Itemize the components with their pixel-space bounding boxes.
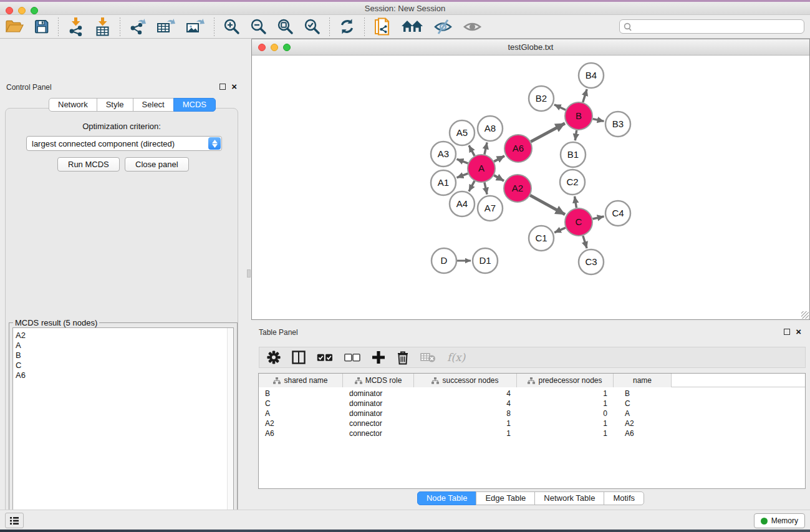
edge-A6-B[interactable] bbox=[531, 123, 565, 142]
table-cell[interactable]: A2 bbox=[614, 418, 672, 428]
export-table-icon[interactable] bbox=[152, 16, 181, 37]
table-cell[interactable]: A bbox=[259, 409, 343, 418]
edge-B-B1[interactable] bbox=[575, 130, 576, 140]
refresh-icon[interactable] bbox=[334, 16, 360, 37]
table-tab-node-table[interactable]: Node Table bbox=[417, 491, 477, 505]
minimize-network-button[interactable] bbox=[271, 44, 278, 51]
table-cell[interactable]: 4 bbox=[414, 389, 517, 399]
trash-icon[interactable] bbox=[397, 351, 409, 365]
eye-icon[interactable] bbox=[458, 16, 487, 37]
close-window-button[interactable] bbox=[6, 7, 13, 14]
zoom-in-icon[interactable] bbox=[218, 16, 245, 37]
node-table[interactable]: shared nameMCDS rolesuccessor nodesprede… bbox=[258, 373, 806, 489]
gear-icon[interactable] bbox=[267, 351, 281, 364]
edge-A-A7[interactable] bbox=[485, 182, 487, 194]
table-cell[interactable]: 1 bbox=[517, 418, 614, 428]
table-cell[interactable]: B bbox=[614, 389, 672, 399]
criterion-dropdown[interactable]: largest connected component (directed) bbox=[26, 136, 222, 151]
close-panel-icon[interactable]: × bbox=[796, 329, 801, 335]
table-cell[interactable]: connector bbox=[343, 428, 414, 438]
column-header-shared-name[interactable]: shared name bbox=[259, 374, 343, 387]
edge-A2-C[interactable] bbox=[530, 195, 565, 215]
export-network-icon[interactable] bbox=[124, 16, 152, 37]
mcds-result-item[interactable]: B bbox=[13, 351, 233, 360]
table-cell[interactable]: A2 bbox=[259, 418, 343, 428]
table-cell[interactable]: A6 bbox=[614, 428, 672, 438]
add-icon[interactable] bbox=[372, 351, 385, 364]
scrollbar-track[interactable] bbox=[227, 328, 233, 530]
close-network-button[interactable] bbox=[258, 44, 266, 51]
float-panel-icon[interactable] bbox=[784, 329, 790, 335]
tab-mcds[interactable]: MCDS bbox=[173, 98, 216, 112]
table-cell[interactable]: dominator bbox=[343, 399, 414, 409]
table-row[interactable]: A6connector11A6 bbox=[259, 428, 805, 438]
function-icon[interactable]: f(x) bbox=[447, 351, 465, 364]
close-panel-icon[interactable]: × bbox=[231, 84, 237, 90]
column-header-MCDS-role[interactable]: MCDS role bbox=[343, 374, 414, 387]
table-tab-network-table[interactable]: Network Table bbox=[534, 491, 604, 505]
table-cell[interactable]: A bbox=[614, 409, 672, 418]
table-cell[interactable]: 0 bbox=[517, 409, 614, 418]
table-cell[interactable]: C bbox=[614, 399, 672, 409]
edge-A-A1[interactable] bbox=[457, 173, 468, 178]
table-cell[interactable]: 1 bbox=[517, 389, 614, 399]
delete-table-icon[interactable] bbox=[420, 352, 436, 363]
memory-button[interactable]: Memory bbox=[754, 513, 805, 528]
table-row[interactable]: A2connector11A2 bbox=[259, 418, 805, 428]
table-cell[interactable]: 1 bbox=[517, 399, 614, 409]
edge-C-C3[interactable] bbox=[583, 236, 587, 248]
table-cell[interactable]: B bbox=[259, 389, 343, 399]
select-all-columns-icon[interactable] bbox=[317, 354, 333, 362]
table-cell[interactable]: 1 bbox=[414, 418, 517, 428]
home-icon[interactable] bbox=[396, 16, 428, 37]
edge-B-B2[interactable] bbox=[554, 105, 566, 110]
mcds-result-item[interactable]: A6 bbox=[13, 370, 233, 380]
table-cell[interactable]: 8 bbox=[414, 409, 517, 418]
save-icon[interactable] bbox=[29, 16, 54, 37]
edge-C-C2[interactable] bbox=[575, 196, 577, 208]
zoom-fit-icon[interactable] bbox=[272, 16, 299, 37]
search-field[interactable] bbox=[619, 19, 804, 34]
table-cell[interactable]: connector bbox=[343, 418, 414, 428]
edge-A-A5[interactable] bbox=[469, 145, 475, 156]
open-folder-icon[interactable] bbox=[0, 16, 29, 37]
search-input[interactable] bbox=[635, 21, 804, 32]
mcds-result-item[interactable]: A bbox=[13, 341, 233, 351]
mcds-result-list[interactable]: A2ABCA6 bbox=[12, 327, 234, 531]
export-image-icon[interactable] bbox=[181, 16, 210, 37]
edge-A-A8[interactable] bbox=[485, 142, 487, 154]
table-row[interactable]: Bdominator41B bbox=[259, 389, 805, 399]
table-row[interactable]: Cdominator41C bbox=[259, 399, 805, 409]
table-cell[interactable]: dominator bbox=[343, 409, 414, 418]
table-cell[interactable]: C bbox=[259, 399, 343, 409]
edge-B-B3[interactable] bbox=[593, 119, 604, 122]
table-cell[interactable]: 4 bbox=[414, 399, 517, 409]
zoom-selected-icon[interactable] bbox=[299, 16, 325, 37]
eye-slash-icon[interactable] bbox=[428, 16, 458, 37]
column-panel-icon[interactable] bbox=[292, 351, 306, 364]
edge-C-C1[interactable] bbox=[554, 228, 566, 233]
close-panel-button[interactable]: Close panel bbox=[125, 157, 189, 172]
float-panel-icon[interactable] bbox=[219, 84, 226, 90]
import-table-icon[interactable] bbox=[89, 16, 116, 37]
tab-style[interactable]: Style bbox=[97, 98, 133, 112]
tab-network[interactable]: Network bbox=[49, 98, 97, 112]
column-header-successor-nodes[interactable]: successor nodes bbox=[414, 374, 517, 387]
column-header-predecessor-nodes[interactable]: predecessor nodes bbox=[517, 374, 614, 387]
edge-A-A6[interactable] bbox=[494, 156, 504, 162]
minimize-window-button[interactable] bbox=[18, 7, 26, 14]
table-cell[interactable]: A6 bbox=[259, 428, 343, 438]
tab-select[interactable]: Select bbox=[133, 98, 174, 112]
unselect-all-columns-icon[interactable] bbox=[344, 354, 360, 362]
table-row[interactable]: Adominator80A bbox=[259, 409, 805, 418]
edge-A-A2[interactable] bbox=[494, 175, 504, 181]
task-history-button[interactable] bbox=[5, 513, 24, 528]
run-mcds-button[interactable]: Run MCDS bbox=[57, 157, 120, 172]
edge-B-B4[interactable] bbox=[583, 89, 587, 102]
resize-grip[interactable] bbox=[801, 311, 809, 319]
maximize-network-button[interactable] bbox=[283, 44, 291, 51]
edge-A-A3[interactable] bbox=[457, 159, 468, 163]
edge-A-A4[interactable] bbox=[469, 181, 475, 191]
table-tab-motifs[interactable]: Motifs bbox=[604, 491, 644, 505]
edge-C-C4[interactable] bbox=[592, 216, 604, 219]
